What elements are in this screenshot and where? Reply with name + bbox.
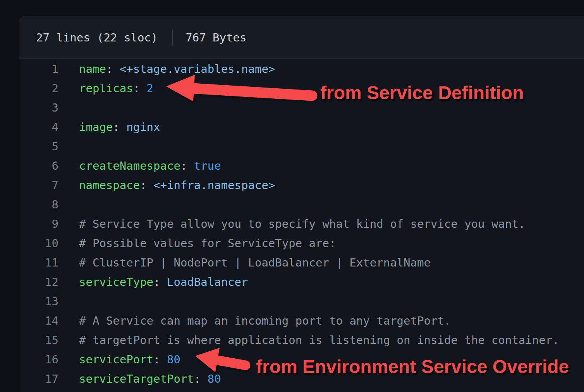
file-viewer-panel: 27 lines (22 sloc) 767 Bytes 1name: <+st… <box>19 16 584 392</box>
line-number[interactable]: 15 <box>19 334 58 347</box>
code-token-key: servicePort <box>79 353 153 366</box>
line-content: createNamespace: true <box>58 159 221 172</box>
code-token-key: image <box>79 120 113 134</box>
code-line: 10# Possible values for ServiceType are: <box>19 234 584 253</box>
code-token-key: serviceType <box>79 275 153 289</box>
code-line: 9# Service Type allow you to specify wha… <box>19 214 584 234</box>
code-token-const: true <box>194 159 221 172</box>
code-token-str: LoadBalancer <box>167 275 248 289</box>
code-token-punc: : <box>106 62 120 76</box>
line-number[interactable]: 6 <box>19 159 58 172</box>
code-line: 13 <box>19 292 584 311</box>
code-token-key: name <box>79 62 106 76</box>
line-content: image: nginx <box>58 120 160 134</box>
code-line: 12serviceType: LoadBalancer <box>19 272 584 292</box>
line-content: # targetPort is where application is lis… <box>58 334 559 347</box>
line-number[interactable]: 5 <box>19 140 58 153</box>
line-number[interactable]: 14 <box>19 314 58 327</box>
code-token-punc: : <box>140 179 153 192</box>
code-line: 15# targetPort is where application is l… <box>19 330 584 350</box>
file-size-info: 767 Bytes <box>186 31 246 44</box>
code-line: 2replicas: 2 <box>19 79 584 98</box>
line-content: serviceTargetPort: 80 <box>58 372 221 385</box>
code-line: 17serviceTargetPort: 80 <box>19 369 584 389</box>
line-content: namespace: <+infra.namespace> <box>58 179 275 192</box>
code-token-str: nginx <box>126 120 160 134</box>
code-line: 11# ClusterIP | NodePort | LoadBalancer … <box>19 253 584 272</box>
code-token-str: <+infra.namespace> <box>153 179 275 192</box>
code-line: 4image: nginx <box>19 117 584 137</box>
code-line: 8 <box>19 195 584 214</box>
code-token-key: serviceTargetPort <box>79 372 194 385</box>
line-number[interactable]: 1 <box>19 62 58 76</box>
code-token-const: 2 <box>147 82 153 95</box>
line-number[interactable]: 11 <box>19 256 58 269</box>
line-number[interactable]: 12 <box>19 275 58 289</box>
code-token-punc: : <box>133 82 147 95</box>
line-number[interactable]: 9 <box>19 217 58 230</box>
file-lines-info: 27 lines (22 sloc) <box>36 31 158 44</box>
line-content: serviceType: LoadBalancer <box>58 275 248 289</box>
screenshot-root: 27 lines (22 sloc) 767 Bytes 1name: <+st… <box>0 0 584 392</box>
line-number[interactable]: 3 <box>19 101 58 114</box>
line-content: # ClusterIP | NodePort | LoadBalancer | … <box>58 256 431 269</box>
line-number[interactable]: 13 <box>19 295 58 308</box>
line-number[interactable]: 7 <box>19 179 58 192</box>
line-content: servicePort: 80 <box>58 353 180 366</box>
line-number[interactable]: 4 <box>19 120 58 134</box>
code-token-punc: : <box>153 275 167 289</box>
line-content: replicas: 2 <box>58 82 153 95</box>
code-token-punc: : <box>180 159 194 172</box>
code-line: 7namespace: <+infra.namespace> <box>19 175 584 195</box>
header-divider <box>172 29 173 46</box>
code-token-comment: # ClusterIP | NodePort | LoadBalancer | … <box>79 256 431 269</box>
code-token-comment: # targetPort is where application is lis… <box>79 334 559 347</box>
code-block: 1name: <+stage.variables.name>2replicas:… <box>19 59 584 389</box>
code-token-comment: # A Service can map an incoming port to … <box>79 314 451 327</box>
code-token-const: 80 <box>208 372 221 385</box>
code-line: 5 <box>19 137 584 156</box>
line-number[interactable]: 16 <box>19 353 58 366</box>
code-line: 3 <box>19 98 584 117</box>
code-token-key: replicas <box>79 82 133 95</box>
code-token-const: 80 <box>167 353 180 366</box>
code-line: 14# A Service can map an incoming port t… <box>19 311 584 330</box>
line-content: # Possible values for ServiceType are: <box>58 237 336 250</box>
code-line: 1name: <+stage.variables.name> <box>19 59 584 79</box>
code-line: 6createNamespace: true <box>19 156 584 175</box>
code-token-key: createNamespace <box>79 159 180 172</box>
line-number[interactable]: 2 <box>19 82 58 95</box>
line-number[interactable]: 17 <box>19 372 58 385</box>
code-token-punc: : <box>153 353 167 366</box>
code-token-punc: : <box>194 372 208 385</box>
line-content: # Service Type allow you to specify what… <box>58 217 525 230</box>
file-header: 27 lines (22 sloc) 767 Bytes <box>19 16 584 59</box>
code-token-comment: # Service Type allow you to specify what… <box>79 217 525 230</box>
line-content: # A Service can map an incoming port to … <box>58 314 451 327</box>
code-token-str: <+stage.variables.name> <box>120 62 275 76</box>
code-line: 16servicePort: 80 <box>19 350 584 369</box>
line-content: name: <+stage.variables.name> <box>58 62 275 76</box>
code-token-comment: # Possible values for ServiceType are: <box>79 237 336 250</box>
code-token-key: namespace <box>79 179 140 192</box>
line-number[interactable]: 10 <box>19 237 58 250</box>
code-token-punc: : <box>113 120 126 134</box>
line-number[interactable]: 8 <box>19 198 58 211</box>
